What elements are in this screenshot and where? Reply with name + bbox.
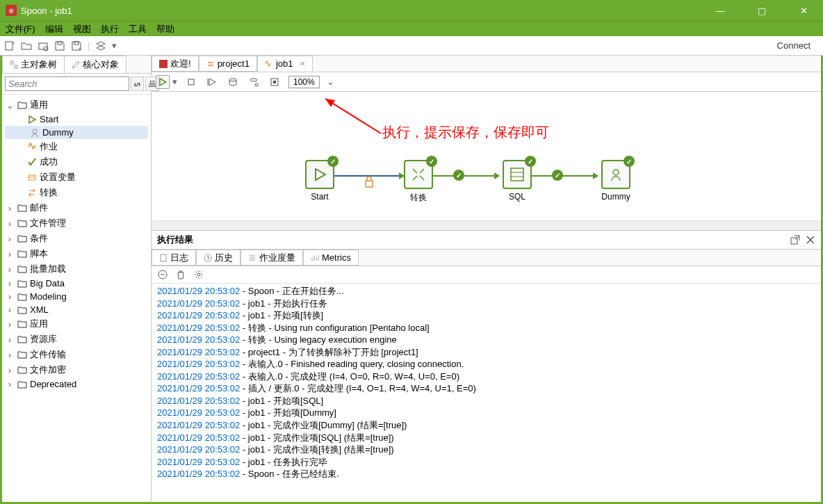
tree-folder-label: 条件	[30, 232, 48, 245]
zoom-fit-button[interactable]	[268, 75, 282, 89]
search-input[interactable]	[5, 76, 129, 91]
folder-icon	[17, 335, 27, 343]
log-line: 2021/01/29 20:53:02 - job1 - 完成作业项[SQL] …	[157, 432, 815, 444]
tree-folder[interactable]: ›条件	[2, 231, 151, 246]
tab-main-tree[interactable]: 主对象树	[2, 56, 65, 73]
tree-item-label: Dummy	[42, 127, 74, 138]
tree-item-trans[interactable]: 转换	[2, 185, 151, 200]
tab-welcome[interactable]: 欢迎!	[152, 56, 199, 72]
tree-folder[interactable]: ›邮件	[2, 200, 151, 216]
tree-item-label: 作业	[40, 140, 58, 153]
tree-folder-label: 批量加载	[30, 263, 66, 275]
tab-project1[interactable]: project1	[199, 56, 257, 72]
expand-all-button[interactable]: ᔕ	[131, 76, 144, 91]
tab-close-icon[interactable]: ✕	[300, 60, 305, 67]
folder-icon	[17, 380, 27, 389]
tree-folder-label: 应用	[30, 318, 48, 330]
flow-node-dummy[interactable]: ✓ Dummy	[601, 160, 630, 202]
results-tab-history[interactable]: 历史	[196, 250, 241, 266]
tree-folder[interactable]: ›资源库	[2, 332, 151, 347]
play-icon	[312, 167, 327, 182]
explore-db-button[interactable]	[247, 75, 261, 89]
svg-rect-7	[10, 61, 13, 64]
tree-folder[interactable]: ›文件管理	[2, 216, 151, 231]
tree-folder[interactable]: ›Big Data	[2, 277, 151, 290]
tree-item-start[interactable]: Start	[2, 113, 151, 126]
sql-icon	[509, 166, 525, 183]
annotation-text: 执行，提示保存，保存即可	[382, 123, 549, 142]
run-dropdown-icon[interactable]: ▾	[172, 76, 177, 87]
save-icon[interactable]	[54, 40, 65, 51]
svg-rect-25	[161, 254, 166, 261]
tree-item-job[interactable]: 作业	[2, 139, 151, 154]
check-badge: ✓	[426, 156, 437, 167]
tree-folder[interactable]: ›文件加密	[2, 362, 151, 377]
svg-rect-19	[366, 181, 373, 187]
main-toolbar: | ▾ Connect	[0, 36, 823, 56]
svg-point-13	[229, 79, 236, 81]
saveas-icon[interactable]	[71, 40, 82, 51]
tree-item-setvar[interactable]: 设置变量	[2, 170, 151, 185]
tree-folder[interactable]: ›应用	[2, 316, 151, 332]
sidebar: 主对象树 核心对象 ᔕ 品 ⌄通用 Start Dummy 作业 成功 设置变量…	[0, 56, 152, 504]
connect-link[interactable]: Connect	[777, 40, 819, 51]
perspective-icon[interactable]	[95, 40, 106, 51]
menu-file[interactable]: 文件(F)	[6, 23, 35, 35]
stop-log-icon[interactable]	[157, 269, 168, 280]
tree-folder-label: XML	[30, 304, 49, 315]
log-line: 2021/01/29 20:53:02 - project1 - 为了转换解除补…	[157, 346, 815, 359]
replay-button[interactable]	[205, 75, 219, 89]
window-title: Spoon - job1	[21, 6, 72, 16]
folder-icon	[17, 265, 27, 273]
results-tab-log[interactable]: 日志	[152, 250, 196, 266]
zoom-select[interactable]: 100%	[288, 76, 320, 88]
tree-folder[interactable]: ›Deprecated	[2, 377, 151, 391]
run-button[interactable]	[156, 75, 170, 89]
close-button[interactable]: ✕	[790, 6, 817, 16]
flow-node-trans[interactable]: ✓ 转换	[404, 160, 433, 204]
log-line: 2021/01/29 20:53:02 - job1 - 开始执行任务	[157, 298, 815, 310]
menu-tools[interactable]: 工具	[129, 23, 147, 35]
results-tab-metrics2[interactable]: Metrics	[303, 250, 359, 266]
tree-folder-label: 文件加密	[30, 364, 66, 376]
canvas[interactable]: 执行，提示保存，保存即可 ✓ ✓ ✓ Start ✓ 转换 ✓ SQL	[152, 92, 821, 231]
svg-rect-6	[74, 42, 79, 44]
clear-log-icon[interactable]	[175, 269, 186, 280]
horizontal-scrollbar[interactable]	[152, 220, 821, 230]
log-line: 2021/01/29 20:53:02 - Spoon - 任务已经结束.	[157, 468, 815, 480]
tab-core-objects[interactable]: 核心对象	[64, 56, 127, 73]
menu-run[interactable]: 执行	[101, 23, 119, 35]
node-label: Start	[311, 192, 328, 202]
close-results-icon[interactable]	[806, 235, 815, 245]
svg-rect-5	[58, 42, 62, 44]
tree-folder[interactable]: ›XML	[2, 303, 151, 316]
tree-general[interactable]: ⌄通用	[2, 97, 151, 113]
stop-button[interactable]	[184, 75, 198, 89]
results-tab-metrics[interactable]: 作业度量	[241, 250, 303, 266]
flow-node-sql[interactable]: ✓ SQL	[503, 160, 532, 202]
open-icon[interactable]	[21, 40, 32, 51]
pencil-icon	[72, 60, 80, 69]
log-output[interactable]: 2021/01/29 20:53:02 - Spoon - 正在开始任务...2…	[152, 284, 821, 502]
tree-folder[interactable]: ›文件传输	[2, 347, 151, 362]
flow-node-start[interactable]: ✓ Start	[305, 160, 334, 202]
popout-icon[interactable]	[790, 235, 800, 245]
minimize-button[interactable]: —	[706, 6, 734, 16]
tree-folder[interactable]: ›Modeling	[2, 290, 151, 303]
lock-icon	[364, 167, 375, 196]
sql-button[interactable]	[226, 75, 240, 89]
settings-icon[interactable]	[193, 269, 204, 280]
menu-edit[interactable]: 编辑	[45, 23, 63, 35]
menu-view[interactable]: 视图	[73, 23, 91, 35]
log-line: 2021/01/29 20:53:02 - job1 - 完成作业项[Dummy…	[157, 419, 815, 432]
editor-area: 欢迎! project1 job1✕ ▾ 100%⌄ 执行，提示保存，保存即可 …	[152, 56, 823, 504]
new-icon[interactable]	[4, 40, 15, 51]
explore-icon[interactable]	[38, 40, 49, 51]
tree-item-success[interactable]: 成功	[2, 154, 151, 170]
tab-job1[interactable]: job1✕	[257, 56, 313, 72]
maximize-button[interactable]: ▢	[748, 6, 776, 16]
tree-item-dummy[interactable]: Dummy	[5, 126, 148, 139]
tree-folder[interactable]: ›脚本	[2, 246, 151, 261]
tree-folder[interactable]: ›批量加载	[2, 261, 151, 277]
menu-help[interactable]: 帮助	[156, 23, 174, 35]
